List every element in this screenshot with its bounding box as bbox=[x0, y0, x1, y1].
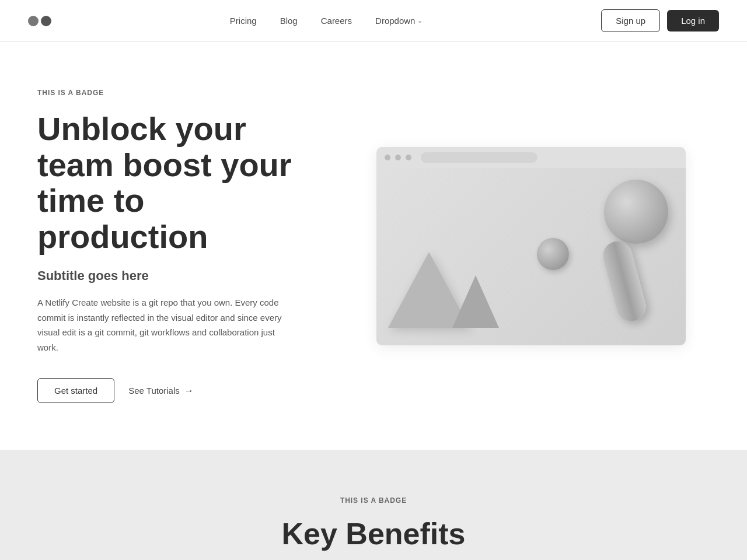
nav-item-pricing[interactable]: Pricing bbox=[230, 16, 257, 26]
browser-dot-2 bbox=[395, 155, 401, 160]
nav-item-dropdown[interactable]: Dropdown ⌄ bbox=[375, 16, 423, 26]
signup-button[interactable]: Sign up bbox=[601, 9, 660, 32]
tutorials-label: See Tutorials bbox=[128, 386, 180, 396]
nav-link-blog[interactable]: Blog bbox=[280, 16, 298, 26]
hero-badge: THIS IS A BADGE bbox=[37, 89, 317, 97]
hero-actions: Get started See Tutorials → bbox=[37, 378, 317, 403]
chevron-down-icon: ⌄ bbox=[417, 17, 423, 24]
shape-cone bbox=[452, 275, 499, 328]
logo[interactable] bbox=[28, 16, 51, 26]
hero-section: THIS IS A BADGE Unblock your team boost … bbox=[0, 42, 747, 450]
nav-actions: Sign up Log in bbox=[601, 9, 719, 32]
hero-subtitle: Subtitle goes here bbox=[37, 268, 317, 284]
logo-dot-left bbox=[28, 16, 39, 26]
key-benefits-section: THIS IS A BADGE Key Benefits Subtitle go… bbox=[0, 450, 747, 560]
nav-links: Pricing Blog Careers Dropdown ⌄ bbox=[230, 16, 423, 26]
nav-item-careers[interactable]: Careers bbox=[321, 16, 352, 26]
nav-link-pricing[interactable]: Pricing bbox=[230, 16, 257, 26]
browser-bar bbox=[376, 147, 686, 168]
shape-sphere-large bbox=[604, 180, 668, 244]
nav-link-dropdown[interactable]: Dropdown bbox=[375, 16, 415, 26]
nav-item-blog[interactable]: Blog bbox=[280, 16, 298, 26]
nav-link-careers[interactable]: Careers bbox=[321, 16, 352, 26]
shape-cylinder bbox=[600, 238, 650, 324]
benefits-title: Key Benefits bbox=[37, 516, 710, 551]
hero-content: THIS IS A BADGE Unblock your team boost … bbox=[37, 89, 317, 403]
shape-sphere-small bbox=[537, 238, 569, 270]
login-button[interactable]: Log in bbox=[667, 10, 719, 32]
logo-dot-right bbox=[41, 16, 51, 26]
hero-image bbox=[352, 147, 710, 345]
browser-dot-1 bbox=[385, 155, 390, 160]
browser-url-bar bbox=[421, 152, 537, 163]
browser-mockup bbox=[376, 147, 686, 345]
browser-content bbox=[376, 168, 686, 345]
see-tutorials-button[interactable]: See Tutorials → bbox=[128, 386, 194, 396]
hero-description: A Netlify Create website is a git repo t… bbox=[37, 295, 294, 355]
hero-title: Unblock your team boost your time to pro… bbox=[37, 111, 317, 254]
get-started-button[interactable]: Get started bbox=[37, 378, 114, 403]
browser-dot-3 bbox=[406, 155, 411, 160]
navbar: Pricing Blog Careers Dropdown ⌄ Sign up … bbox=[0, 0, 747, 42]
benefits-badge: THIS IS A BADGE bbox=[37, 496, 710, 505]
arrow-right-icon: → bbox=[184, 386, 194, 396]
